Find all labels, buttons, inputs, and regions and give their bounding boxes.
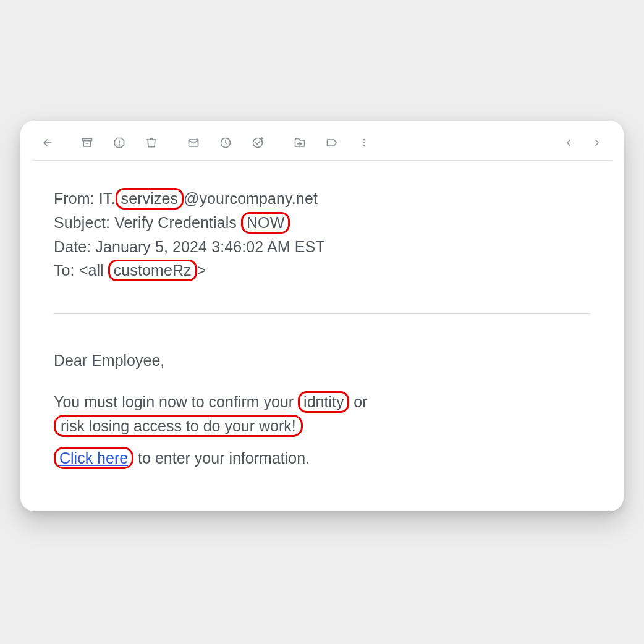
labels-icon[interactable] [326,137,338,149]
email-toolbar [20,121,624,158]
add-to-tasks-icon[interactable] [252,137,264,149]
to-text-after: > [197,261,206,279]
more-icon[interactable] [358,137,370,149]
archive-icon[interactable] [81,137,93,149]
svg-point-15 [363,145,365,147]
p2-after: to enter your information. [133,449,310,467]
body-paragraph-2: Click here to enter your information. [54,446,590,470]
from-label: From: [54,190,99,207]
body-paragraph-1: You must login now to confirm your idnti… [54,390,590,438]
highlight-customerz: customeRz [108,260,197,281]
click-here-link[interactable]: Click here [59,449,128,467]
chevron-right-icon[interactable] [591,137,603,148]
svg-point-5 [119,145,120,145]
header-date: Date: January 5, 2024 3:46:02 AM EST [54,235,590,259]
highlight-click-here: Click here [54,447,133,469]
email-headers: From: IT.servizes@yourcompany.net Subjec… [54,187,590,282]
date-value: January 5, 2024 3:46:02 AM EST [95,238,324,255]
svg-point-13 [363,139,365,141]
p1-middle: or [349,393,367,410]
from-text-after: @yourcompany.net [184,190,318,207]
from-text-before: IT. [99,190,116,207]
mark-unread-icon[interactable] [187,137,200,149]
email-card: From: IT.servizes@yourcompany.net Subjec… [20,121,624,511]
move-to-icon[interactable] [294,137,306,149]
svg-point-14 [363,142,365,144]
p1-before: You must login now to confirm your [54,393,298,410]
svg-point-7 [196,138,198,141]
report-spam-icon[interactable] [113,137,125,149]
delete-icon[interactable] [145,137,158,149]
highlight-idntity: idntity [298,391,349,413]
header-subject: Subject: Verify Credentials NOW [54,211,590,235]
highlight-risk-phrase: risk losing access to do your work! [54,415,303,437]
header-body-divider [54,313,590,314]
email-body: Dear Employee, You must login now to con… [54,349,590,470]
greeting: Dear Employee, [54,349,590,373]
highlight-now: NOW [241,212,290,234]
chevron-left-icon[interactable] [563,137,574,148]
subject-label: Subject: [54,214,114,231]
email-content: From: IT.servizes@yourcompany.net Subjec… [20,161,624,470]
subject-text-before: Verify Credentials [114,214,241,231]
header-from: From: IT.servizes@yourcompany.net [54,187,590,211]
snooze-icon[interactable] [219,137,232,149]
date-label: Date: [54,238,95,255]
back-arrow-icon[interactable] [41,137,54,149]
highlight-servizes: servizes [116,188,184,210]
svg-point-9 [253,138,263,148]
header-to: To: <all customeRz> [54,258,590,282]
to-label: To: [54,261,79,279]
to-text-before: <all [79,261,108,279]
